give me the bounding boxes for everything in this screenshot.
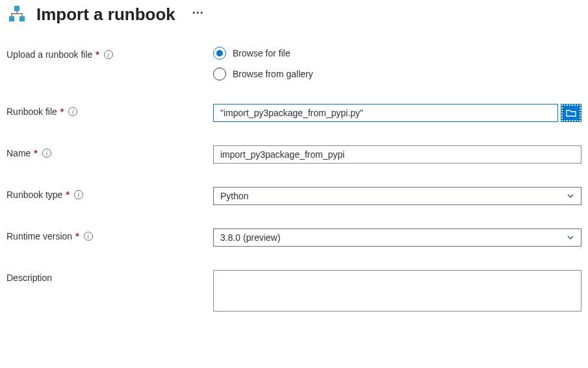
name-label: Name * i: [6, 145, 213, 158]
field-row-runbook-file: Runbook file * i: [6, 104, 582, 122]
radio-browse-gallery[interactable]: Browse from gallery: [213, 67, 313, 80]
more-actions-button[interactable]: ···: [192, 6, 204, 23]
runbook-hierarchy-icon: [6, 4, 27, 25]
field-row-description: Description: [6, 270, 582, 312]
info-icon[interactable]: i: [84, 232, 93, 241]
radio-browse-file-label: Browse for file: [233, 48, 290, 58]
upload-label: Upload a runbook file * i: [6, 47, 213, 60]
info-icon[interactable]: i: [42, 149, 51, 158]
page-header: Import a runbook ···: [6, 4, 582, 25]
browse-file-button[interactable]: [561, 104, 582, 122]
runtime-version-select[interactable]: 3.8.0 (preview): [213, 228, 582, 247]
required-marker: *: [75, 231, 79, 241]
field-row-name: Name * i: [6, 145, 582, 164]
radio-browse-gallery-label: Browse from gallery: [233, 69, 313, 79]
info-icon[interactable]: i: [74, 190, 83, 199]
name-label-text: Name: [6, 148, 31, 158]
runbook-file-label-text: Runbook file: [6, 106, 57, 117]
page-title: Import a runbook: [36, 5, 175, 25]
description-textarea[interactable]: [213, 270, 582, 312]
field-row-upload: Upload a runbook file * i Browse for fil…: [6, 47, 582, 80]
description-label: Description: [6, 270, 213, 283]
required-marker: *: [34, 148, 37, 158]
upload-source-radio-group: Browse for file Browse from gallery: [213, 47, 313, 80]
field-row-type: Runbook type * i Python: [6, 187, 582, 205]
radio-browse-file[interactable]: Browse for file: [213, 47, 313, 60]
runbook-file-input[interactable]: [213, 104, 558, 122]
runtime-label: Runtime version * i: [6, 228, 213, 241]
name-input[interactable]: [213, 145, 582, 164]
info-icon[interactable]: i: [68, 107, 77, 116]
upload-label-text: Upload a runbook file: [6, 49, 92, 60]
type-label: Runbook type * i: [6, 187, 213, 200]
runbook-file-label: Runbook file * i: [6, 104, 213, 117]
runtime-version-value: 3.8.0 (preview): [220, 232, 281, 243]
required-marker: *: [96, 49, 99, 60]
svg-rect-0: [14, 6, 19, 11]
required-marker: *: [66, 190, 69, 200]
type-label-text: Runbook type: [6, 190, 62, 200]
chevron-down-icon: [567, 234, 574, 241]
runbook-type-value: Python: [220, 191, 249, 201]
runtime-label-text: Runtime version: [6, 231, 72, 241]
runbook-type-select[interactable]: Python: [213, 187, 582, 205]
folder-icon: [566, 108, 576, 117]
description-label-text: Description: [6, 273, 52, 283]
field-row-runtime: Runtime version * i 3.8.0 (preview): [6, 228, 582, 247]
info-icon[interactable]: i: [104, 50, 113, 59]
radio-indicator-unselected: [213, 67, 226, 80]
radio-indicator-selected: [213, 47, 226, 60]
chevron-down-icon: [567, 192, 574, 200]
required-marker: *: [60, 106, 64, 117]
